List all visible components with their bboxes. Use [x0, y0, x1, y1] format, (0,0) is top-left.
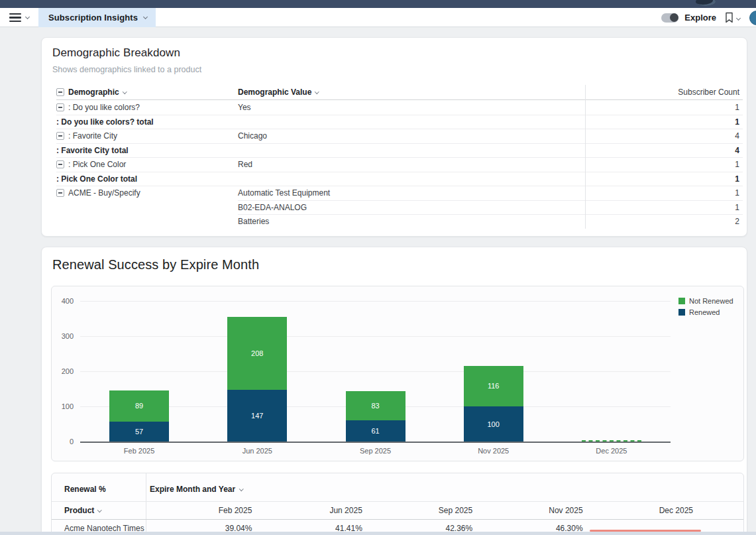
renewal-table: Renewal % Expire Month and Year Product …: [51, 473, 744, 535]
collapse-row-icon[interactable]: [56, 103, 64, 111]
month-column-header[interactable]: Jun 2025: [256, 502, 366, 520]
table-row: ACME - Buy/SpecifyAutomatic Test Equipme…: [56, 186, 743, 200]
bar-value-label: 116: [464, 382, 523, 390]
legend-swatch-icon: [678, 309, 685, 316]
column-header-demographic-chevron-icon[interactable]: [123, 89, 127, 93]
demographic-value-cell: Automatic Test Equipment: [238, 186, 585, 200]
month-column-header[interactable]: Dec 2025: [587, 502, 697, 520]
table-row: : Favorite City total4: [56, 143, 743, 158]
demographic-cell: [56, 214, 238, 229]
demographic-value-cell: [238, 172, 585, 186]
y-axis-tick-label: 200: [52, 367, 74, 375]
y-axis-tick-label: 0: [52, 438, 74, 446]
dashboard-tab[interactable]: Subscription Insights: [38, 8, 156, 27]
renewal-card-title: Renewal Success by Expire Month: [52, 257, 259, 272]
column-header-demographic-label: Demographic: [68, 88, 119, 97]
x-axis-category-label: Nov 2025: [454, 447, 533, 455]
window-bottom-edge: [0, 532, 756, 535]
product-column-header[interactable]: Product: [64, 502, 101, 520]
subscriber-count-cell: 4: [585, 143, 743, 158]
collapse-row-icon[interactable]: [56, 189, 64, 197]
demographic-value-cell: [238, 143, 585, 158]
bookmark-icon[interactable]: [724, 12, 734, 23]
x-axis-category-label: Dec 2025: [572, 447, 651, 455]
demographic-cell: : Do you like colors?: [56, 100, 238, 115]
bar-value-label: 100: [464, 420, 523, 428]
table-row: : Pick One Color total1: [56, 172, 743, 186]
column-header-value-chevron-icon[interactable]: [315, 89, 319, 93]
demographic-cell: : Do you like colors? total: [56, 115, 238, 129]
demographic-cell: : Favorite City total: [56, 143, 238, 158]
demographic-cell: : Favorite City: [56, 129, 238, 143]
subscriber-count-cell: 1: [585, 172, 743, 186]
x-axis-category-label: Jun 2025: [217, 447, 297, 455]
column-divider: [585, 85, 586, 229]
subscriber-count-cell: 1: [585, 186, 743, 200]
column-header-subscriber-count[interactable]: Subscriber Count: [585, 88, 743, 97]
window-top-strip: [0, 0, 756, 8]
pivot-header[interactable]: Expire Month and Year: [150, 485, 243, 494]
month-column-header[interactable]: Nov 2025: [476, 502, 586, 520]
measure-label: Renewal %: [64, 485, 106, 494]
column-header-demographic-value[interactable]: Demographic Value: [238, 88, 585, 97]
demographic-cell: [56, 200, 238, 215]
subscriber-count-cell: 4: [585, 129, 743, 143]
month-column-headers: Feb 2025Jun 2025Sep 2025Nov 2025Dec 2025: [146, 502, 697, 520]
y-axis-tick-label: 400: [52, 297, 74, 305]
demographic-card-subtitle: Shows demographics linked to a product: [52, 65, 201, 74]
dashboard-tab-label: Subscription Insights: [48, 13, 138, 23]
chart-legend: Not RenewedRenewed: [678, 297, 733, 316]
user-avatar[interactable]: [749, 11, 756, 25]
bar-value-label: 89: [109, 402, 169, 410]
demographic-table-body: : Do you like colors?Yes1: Do you like c…: [56, 100, 743, 229]
subscriber-count-cell: 1: [585, 115, 743, 129]
bar-value-label: 61: [346, 427, 405, 435]
demographic-table-header: Demographic Demographic Value Subscriber…: [56, 85, 743, 100]
bar-value-label: 208: [227, 349, 287, 357]
bar-value-label: 57: [109, 428, 169, 436]
window-avatar-blob: [696, 0, 716, 6]
legend-swatch-icon: [678, 298, 685, 304]
demographic-cell: : Pick One Color: [56, 157, 238, 172]
explore-label: Explore: [684, 13, 716, 23]
pivot-header-chevron-icon[interactable]: [239, 487, 243, 491]
month-column-header[interactable]: Feb 2025: [146, 502, 256, 520]
month-column-header[interactable]: Sep 2025: [366, 502, 476, 520]
demographic-value-cell: Chicago: [238, 129, 585, 143]
toggle-knob: [670, 13, 678, 22]
bookmark-chevron-icon[interactable]: [736, 15, 741, 20]
column-header-count-label: Subscriber Count: [678, 88, 739, 97]
collapse-row-icon[interactable]: [56, 160, 64, 168]
collapse-row-icon[interactable]: [56, 132, 64, 140]
bar-segment-not-renewed[interactable]: [582, 440, 641, 442]
renewal-table-subheader-row: Product Feb 2025Jun 2025Sep 2025Nov 2025…: [52, 502, 743, 520]
y-axis-tick-label: 300: [52, 332, 74, 340]
demographic-value-cell: Yes: [238, 100, 585, 115]
column-header-demographic[interactable]: Demographic: [56, 88, 238, 97]
dashboard-tab-chevron-icon: [143, 15, 148, 19]
column-header-value-label: Demographic Value: [238, 88, 311, 97]
subscriber-count-cell: 1: [585, 100, 743, 115]
toolbar: Subscription Insights Explore: [0, 8, 756, 27]
demographic-breakdown-card: Demographic Breakdown Shows demographics…: [41, 37, 747, 237]
collapse-all-icon[interactable]: [56, 88, 64, 96]
renewal-stacked-bar-chart: 01002003004005789Feb 2025147208Jun 20256…: [51, 286, 744, 461]
demographic-cell: ACME - Buy/Specify: [56, 186, 238, 200]
bar-value-label: 83: [346, 402, 405, 410]
renewal-success-card: Renewal Success by Expire Month 01002003…: [41, 247, 747, 535]
legend-item[interactable]: Not Renewed: [678, 297, 733, 305]
menu-button[interactable]: [9, 13, 21, 22]
subscriber-count-cell: 1: [585, 200, 743, 215]
renewal-table-header-row: Renewal % Expire Month and Year: [52, 473, 743, 502]
table-row: B02-EDA-ANALOG1: [56, 200, 743, 215]
explore-toggle[interactable]: [661, 13, 678, 23]
x-axis-category-label: Sep 2025: [336, 447, 415, 455]
chart-gridline: [80, 336, 671, 337]
menu-chevron-icon[interactable]: [25, 15, 30, 19]
product-column-chevron-icon[interactable]: [97, 508, 101, 512]
legend-item[interactable]: Renewed: [678, 308, 733, 316]
chart-gridline: [80, 371, 671, 372]
table-row: Batteries2: [56, 214, 743, 229]
table-row: : Favorite CityChicago4: [56, 129, 743, 143]
bar-value-label: 147: [227, 412, 287, 420]
